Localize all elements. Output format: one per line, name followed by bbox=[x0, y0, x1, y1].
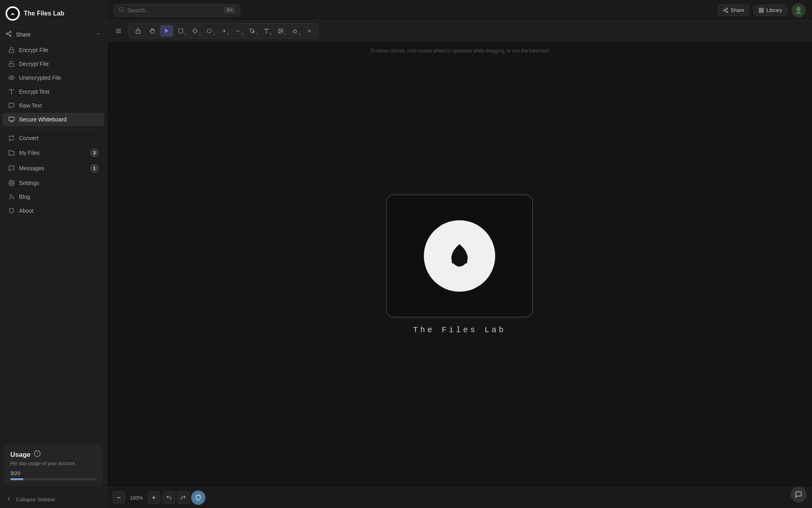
tools-group: 1 2 3 bbox=[128, 23, 319, 39]
nav-divider bbox=[6, 129, 101, 129]
gear-icon bbox=[8, 179, 15, 187]
menu-button[interactable] bbox=[112, 25, 125, 37]
history-controls bbox=[163, 491, 205, 505]
tool-num: 5 bbox=[227, 32, 229, 36]
tool-text[interactable]: 8 bbox=[260, 25, 273, 37]
tool-circle[interactable]: 4 bbox=[203, 25, 216, 37]
tool-lock[interactable] bbox=[131, 25, 145, 37]
sidebar-item-about[interactable]: About bbox=[2, 204, 104, 217]
sidebar-item-label: Secure Whiteboard bbox=[19, 116, 67, 123]
sidebar-item-raw-text[interactable]: Raw Text bbox=[2, 99, 104, 112]
redo-button[interactable] bbox=[177, 491, 190, 504]
topbar-right: Share Library bbox=[718, 3, 806, 17]
svg-point-8 bbox=[11, 77, 12, 79]
file-eye-icon bbox=[8, 74, 15, 81]
tool-diamond[interactable]: 3 bbox=[188, 25, 202, 37]
sidebar-item-decrypt-file[interactable]: Decrypt File bbox=[2, 57, 104, 71]
collapse-sidebar-button[interactable]: Collapse Sidebar bbox=[0, 491, 107, 508]
tool-num: 4 bbox=[213, 32, 215, 36]
text-icon bbox=[8, 102, 15, 109]
sidebar-item-my-files[interactable]: My Files 3 bbox=[2, 145, 104, 160]
svg-rect-34 bbox=[179, 29, 183, 33]
tool-num: 3 bbox=[199, 32, 201, 36]
message-icon bbox=[8, 165, 15, 172]
tool-hand[interactable] bbox=[146, 25, 159, 37]
sidebar-item-label: Encrypt Text bbox=[19, 89, 50, 95]
svg-rect-33 bbox=[136, 31, 140, 33]
svg-rect-7 bbox=[9, 64, 14, 66]
zoom-controls: 100% bbox=[113, 491, 160, 504]
share-icon bbox=[6, 31, 12, 38]
app-title: The Files Lab bbox=[24, 10, 64, 17]
svg-point-2 bbox=[6, 33, 8, 35]
share-section[interactable]: Share bbox=[0, 27, 107, 41]
usage-card: Usage Per day usage of your account 3/20 bbox=[4, 444, 103, 486]
sidebar-item-messages[interactable]: Messages 1 bbox=[2, 161, 104, 176]
sidebar-item-encrypt-text[interactable]: Encrypt Text bbox=[2, 85, 104, 98]
user-avatar[interactable] bbox=[791, 3, 806, 17]
undo-button[interactable] bbox=[163, 491, 175, 504]
sidebar: The Files Lab Share bbox=[0, 0, 107, 508]
tool-image[interactable]: 9 bbox=[274, 25, 287, 37]
usage-title: Usage bbox=[10, 450, 96, 459]
search-input[interactable] bbox=[127, 7, 221, 13]
tool-cursor[interactable]: 1 bbox=[160, 25, 173, 37]
monitor-icon bbox=[8, 116, 15, 123]
toolbar-left: 1 2 3 bbox=[112, 23, 319, 39]
share-button[interactable]: Share bbox=[718, 4, 750, 16]
sidebar-nav: Encrypt File Decrypt File Unencrypted Fi… bbox=[0, 41, 107, 441]
secure-button[interactable] bbox=[191, 491, 205, 505]
toolbar: 1 2 3 bbox=[107, 21, 812, 42]
tool-num: 8 bbox=[270, 32, 272, 36]
tool-arrow[interactable]: 5 bbox=[217, 25, 230, 37]
chat-button[interactable] bbox=[791, 487, 806, 502]
canvas-hint: To move canvas, hold mouse wheel or spac… bbox=[370, 48, 549, 54]
usage-subtitle: Per day usage of your account bbox=[10, 461, 96, 466]
sidebar-item-settings[interactable]: Settings bbox=[2, 176, 104, 190]
svg-rect-27 bbox=[762, 8, 763, 10]
whiteboard-card: The Files Lab bbox=[386, 194, 533, 335]
tool-pen[interactable]: 7 bbox=[245, 25, 259, 37]
search-icon bbox=[119, 7, 124, 14]
sidebar-item-label: Settings bbox=[19, 180, 39, 186]
tool-eraser[interactable]: 0 bbox=[288, 25, 302, 37]
svg-rect-29 bbox=[759, 11, 761, 12]
app-logo-icon bbox=[6, 6, 20, 21]
rss-icon bbox=[8, 193, 15, 200]
sidebar-item-convert[interactable]: Convert bbox=[2, 131, 104, 145]
zoom-value: 100% bbox=[127, 495, 146, 501]
usage-count: 3/20 bbox=[10, 470, 96, 476]
tool-num: 6 bbox=[241, 32, 243, 36]
tool-line[interactable]: 6 bbox=[231, 25, 245, 37]
sidebar-item-blog[interactable]: Blog bbox=[2, 190, 104, 204]
svg-point-42 bbox=[280, 30, 280, 31]
svg-line-5 bbox=[8, 32, 10, 33]
svg-marker-35 bbox=[193, 29, 197, 33]
sidebar-item-label: Convert bbox=[19, 135, 38, 141]
tool-extra[interactable] bbox=[303, 25, 316, 37]
svg-rect-6 bbox=[9, 50, 14, 52]
sidebar-item-label: Raw Text bbox=[19, 102, 42, 109]
svg-point-14 bbox=[11, 182, 12, 184]
zoom-out-button[interactable] bbox=[113, 491, 125, 504]
collapse-label: Collapse Sidebar bbox=[16, 496, 55, 502]
svg-rect-28 bbox=[762, 11, 763, 12]
library-button[interactable]: Library bbox=[753, 4, 787, 16]
lock-icon bbox=[8, 46, 15, 54]
sidebar-item-secure-whiteboard[interactable]: Secure Whiteboard bbox=[2, 113, 104, 126]
svg-rect-26 bbox=[759, 8, 761, 10]
tool-rect[interactable]: 2 bbox=[174, 25, 188, 37]
sidebar-item-label: Decrypt File bbox=[19, 61, 49, 67]
my-files-badge: 3 bbox=[90, 148, 99, 157]
usage-bar-fill bbox=[10, 478, 23, 480]
zoom-in-button[interactable] bbox=[147, 491, 160, 504]
sidebar-item-label: Blog bbox=[19, 194, 30, 200]
card-label: The Files Lab bbox=[413, 325, 506, 335]
sidebar-item-encrypt-file[interactable]: Encrypt File bbox=[2, 43, 104, 57]
chevron-up-icon bbox=[96, 31, 101, 38]
tool-num: 9 bbox=[284, 32, 286, 36]
search-box[interactable]: ⌘K bbox=[113, 4, 240, 17]
sidebar-item-unencrypted-file[interactable]: Unencrypted File bbox=[2, 71, 104, 85]
canvas-area[interactable]: To move canvas, hold mouse wheel or spac… bbox=[107, 42, 812, 487]
folder-icon bbox=[8, 149, 15, 156]
